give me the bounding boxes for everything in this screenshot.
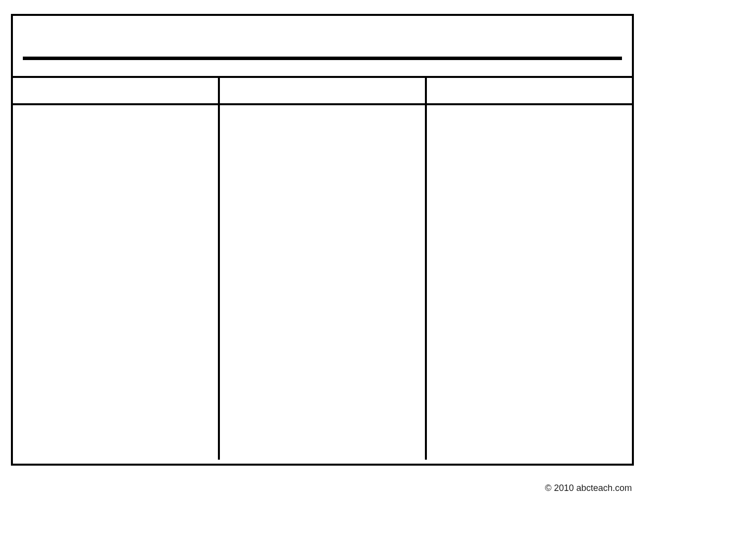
column-header-2[interactable] — [220, 78, 427, 103]
column-header-3[interactable] — [427, 78, 632, 103]
column-header-1[interactable] — [13, 78, 220, 103]
column-body-1[interactable] — [13, 105, 220, 460]
chart-container — [11, 14, 634, 466]
column-body-row — [13, 105, 632, 460]
title-underline[interactable] — [23, 57, 622, 60]
column-header-row — [13, 78, 632, 105]
copyright-text: © 2010 abcteach.com — [545, 483, 632, 493]
column-body-2[interactable] — [220, 105, 427, 460]
title-section — [13, 16, 632, 78]
column-body-3[interactable] — [427, 105, 632, 460]
